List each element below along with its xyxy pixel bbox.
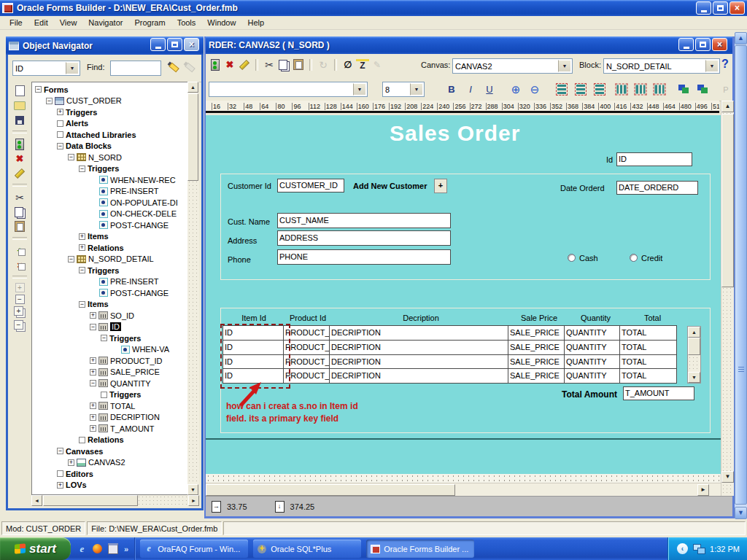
run-icon[interactable] — [209, 58, 222, 71]
tree-item[interactable]: −Triggers — [32, 265, 190, 276]
expand-toggle-icon[interactable]: + — [90, 402, 96, 409]
expand-toggle-icon[interactable]: + — [90, 414, 96, 421]
minimize-button[interactable] — [150, 38, 166, 51]
scope-combo[interactable]: ID ▼ — [12, 61, 80, 76]
object-navigator-titlebar[interactable]: Object Navigator × — [6, 36, 204, 55]
create-icon[interactable]: + — [13, 244, 26, 257]
block-combo[interactable]: N_SORD_DETAIL ▼ — [603, 58, 720, 74]
tree-item[interactable]: Attached Libraries — [32, 129, 190, 141]
tree-item[interactable]: WHEN-VA — [32, 344, 190, 356]
table-cell-field[interactable]: DECRIPTION — [329, 368, 508, 384]
menu-tools[interactable]: Tools — [171, 17, 202, 28]
table-cell-field[interactable]: TOTAL — [619, 368, 677, 384]
tree-item[interactable]: −Triggers — [32, 332, 190, 344]
start-button[interactable]: start — [0, 537, 71, 560]
new-form-icon[interactable] — [13, 85, 26, 97]
table-cell-field[interactable]: TOTAL — [619, 354, 677, 370]
compile-icon[interactable]: ✖ — [13, 152, 26, 165]
tree-item[interactable]: −Items — [32, 299, 190, 311]
canvas-vscrollbar[interactable]: ▲ ▼ — [721, 101, 734, 496]
ie-quicklaunch-icon[interactable]: e — [77, 543, 88, 554]
scrollbar-thumb[interactable] — [688, 338, 700, 355]
send-to-back-icon[interactable] — [696, 83, 711, 95]
total-amount-field[interactable]: T_AMOUNT — [623, 386, 694, 400]
minimize-button[interactable] — [696, 1, 711, 15]
quicklaunch-overflow-icon[interactable]: » — [124, 545, 128, 553]
menu-window[interactable]: Window — [201, 17, 241, 28]
tree-item[interactable]: −N_SORD_DETAIL — [32, 254, 190, 265]
tree-item[interactable]: −Forms — [32, 84, 190, 96]
chevron-down-icon[interactable]: ▼ — [66, 62, 79, 74]
detail-table-scrollbar[interactable]: ▲ ▼ — [687, 326, 701, 384]
layout-editor-titlebar[interactable]: RDER: CANVAS2 ( N_SORD ) × — [206, 36, 732, 54]
scroll-up-icon[interactable]: ▲ — [688, 327, 700, 338]
cut-icon[interactable]: ✂ — [263, 58, 276, 71]
expand-toggle-icon[interactable]: + — [90, 357, 96, 364]
tree-hscrollbar[interactable]: ◄ ► — [31, 495, 199, 507]
tree-item[interactable]: −QUANTITY — [32, 378, 190, 389]
tree-item[interactable]: −ID — [32, 322, 190, 333]
chevron-down-icon[interactable]: ▼ — [705, 60, 719, 72]
expand-toggle-icon[interactable]: + — [57, 482, 63, 489]
text-color-icon[interactable]: Z — [356, 59, 369, 71]
zoom-in-icon[interactable]: ⊕ — [508, 82, 524, 97]
collapse-icon[interactable]: − — [15, 295, 25, 304]
canvas-hscrollbar[interactable]: ► — [206, 483, 721, 497]
collapse-toggle-icon[interactable]: − — [57, 143, 63, 149]
scroll-left-icon[interactable]: ◄ — [31, 495, 42, 506]
align-top-icon[interactable] — [614, 83, 629, 95]
scrollbar-thumb[interactable] — [721, 114, 734, 287]
scrollbar-thumb[interactable] — [43, 495, 138, 506]
maximize-button[interactable] — [713, 1, 728, 15]
table-cell-field[interactable]: DECRIPTION — [329, 340, 508, 355]
scrollbar-thumb[interactable] — [206, 484, 455, 496]
menu-help[interactable]: Help — [241, 17, 270, 28]
task-button[interactable]: Oracle SQL*Plus — [253, 540, 361, 558]
tree-item[interactable]: POST-CHANGE — [32, 287, 190, 299]
fill-color-icon[interactable]: ∅ — [341, 58, 355, 71]
font-size-combo[interactable]: 8 ▼ — [382, 82, 425, 97]
tree-item[interactable]: +Triggers — [32, 106, 190, 118]
table-cell-field[interactable]: TOTAL — [619, 325, 677, 341]
tree-item[interactable]: Relations — [32, 435, 190, 446]
collapse-toggle-icon[interactable]: − — [79, 166, 85, 172]
italic-button[interactable]: I — [462, 82, 479, 97]
open-icon[interactable] — [13, 99, 26, 112]
expand-toggle-icon[interactable]: + — [90, 425, 96, 432]
maximize-button[interactable] — [695, 38, 711, 51]
customer-id-field[interactable]: CUSTOMER_ID — [277, 179, 344, 192]
tree-item[interactable]: +SO_ID — [32, 310, 190, 322]
expand-toggle-icon[interactable]: + — [79, 244, 85, 251]
collapse-toggle-icon[interactable]: − — [79, 301, 85, 308]
tree-item[interactable]: ON-POPULATE-DI — [32, 197, 190, 209]
browser-quicklaunch-icon[interactable] — [92, 543, 103, 554]
collapse-toggle-icon[interactable]: − — [68, 256, 74, 262]
collapse-toggle-icon[interactable]: − — [90, 324, 96, 330]
scrollbar-thumb[interactable] — [187, 93, 198, 181]
menu-view[interactable]: View — [54, 17, 83, 28]
copy-icon[interactable] — [13, 206, 26, 218]
save-icon[interactable] — [13, 114, 26, 126]
debug-icon[interactable] — [238, 58, 251, 71]
find-all-icon[interactable] — [183, 61, 196, 74]
tree-item[interactable]: −Triggers — [32, 163, 190, 175]
add-customer-button[interactable]: + — [434, 179, 447, 193]
canvas-area[interactable]: Sales Order Id ID Customer Id CUSTOMER_I… — [206, 115, 721, 474]
tree-item[interactable]: +CANVAS2 — [32, 457, 190, 469]
scroll-down-icon[interactable]: ▼ — [721, 471, 734, 483]
credit-radio[interactable] — [630, 254, 638, 262]
expand-toggle-icon[interactable]: + — [68, 459, 74, 466]
expand-toggle-icon[interactable]: + — [57, 109, 63, 115]
address-field[interactable]: ADDRESS — [277, 230, 451, 246]
zoom-out-icon[interactable]: ⊖ — [527, 82, 543, 97]
align-center-icon[interactable] — [573, 83, 588, 95]
scroll-down-icon[interactable]: ▼ — [187, 484, 198, 495]
update-icon[interactable]: ↻ — [317, 58, 330, 71]
tree-item[interactable]: −Data Blocks — [32, 141, 190, 152]
id-field[interactable]: ID — [616, 152, 692, 166]
align-right-icon[interactable] — [592, 83, 607, 95]
tree-item[interactable]: +LOVs — [32, 480, 190, 491]
find-next-icon[interactable] — [167, 61, 180, 74]
collapse-toggle-icon[interactable]: − — [79, 267, 85, 273]
scrollbar-thumb[interactable] — [735, 45, 747, 505]
